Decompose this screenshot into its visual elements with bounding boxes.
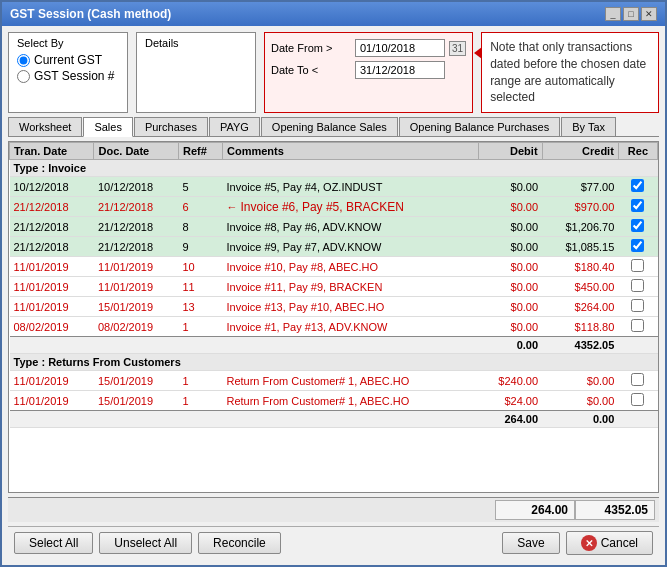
table-row: 21/12/2018 21/12/2018 8 Invoice #8, Pay … bbox=[10, 217, 658, 237]
doc-date: 21/12/2018 bbox=[94, 197, 178, 217]
doc-date: 10/12/2018 bbox=[94, 177, 178, 197]
rec-cell[interactable] bbox=[618, 317, 657, 337]
credit: $77.00 bbox=[542, 177, 618, 197]
rec-checkbox[interactable] bbox=[631, 219, 644, 232]
rec-cell[interactable] bbox=[618, 297, 657, 317]
comments: Invoice #5, Pay #4, OZ.INDUST bbox=[222, 177, 478, 197]
table-row: 11/01/2019 11/01/2019 10 Invoice #10, Pa… bbox=[10, 257, 658, 277]
tab-sales[interactable]: Sales bbox=[83, 117, 133, 137]
rec-checkbox[interactable] bbox=[631, 393, 644, 406]
ref: 5 bbox=[178, 177, 222, 197]
doc-date: 21/12/2018 bbox=[94, 237, 178, 257]
tran-date: 11/01/2019 bbox=[10, 257, 94, 277]
doc-date: 11/01/2019 bbox=[94, 257, 178, 277]
ref: 8 bbox=[178, 217, 222, 237]
credit: $264.00 bbox=[542, 297, 618, 317]
tab-by-tax[interactable]: By Tax bbox=[561, 117, 616, 136]
date-to-row: Date To < bbox=[271, 61, 466, 79]
tran-date: 08/02/2019 bbox=[10, 317, 94, 337]
returns-total-debit: 264.00 bbox=[478, 411, 542, 428]
comments: Invoice #1, Pay #13, ADV.KNOW bbox=[222, 317, 478, 337]
debit: $0.00 bbox=[478, 317, 542, 337]
rec-cell[interactable] bbox=[618, 237, 657, 257]
returns-total-row: 264.00 0.00 bbox=[10, 411, 658, 428]
rec-checkbox[interactable] bbox=[631, 299, 644, 312]
date-from-input[interactable] bbox=[355, 39, 445, 57]
tab-opening-balance-sales[interactable]: Opening Balance Sales bbox=[261, 117, 398, 136]
date-from-calendar-icon[interactable]: 31 bbox=[449, 41, 466, 56]
save-button[interactable]: Save bbox=[502, 532, 559, 554]
table-row: 08/02/2019 08/02/2019 1 Invoice #1, Pay … bbox=[10, 317, 658, 337]
total-spacer bbox=[10, 411, 479, 428]
tabs-container: Worksheet Sales Purchases PAYG Opening B… bbox=[8, 117, 659, 137]
rec-checkbox[interactable] bbox=[631, 179, 644, 192]
tran-date: 11/01/2019 bbox=[10, 371, 94, 391]
close-button[interactable]: ✕ bbox=[641, 7, 657, 21]
table-row: 11/01/2019 11/01/2019 11 Invoice #11, Pa… bbox=[10, 277, 658, 297]
ref: 10 bbox=[178, 257, 222, 277]
rec-cell[interactable] bbox=[618, 277, 657, 297]
rec-cell[interactable] bbox=[618, 257, 657, 277]
gst-session-radio[interactable] bbox=[17, 70, 30, 83]
rec-checkbox[interactable] bbox=[631, 259, 644, 272]
tran-date: 10/12/2018 bbox=[10, 177, 94, 197]
gst-session-row: GST Session # bbox=[17, 69, 119, 83]
invoice-total-credit: 4352.05 bbox=[542, 337, 618, 354]
tab-purchases[interactable]: Purchases bbox=[134, 117, 208, 136]
date-to-input[interactable] bbox=[355, 61, 445, 79]
rec-checkbox[interactable] bbox=[631, 199, 644, 212]
type-returns-row: Type : Returns From Customers bbox=[10, 354, 658, 371]
rec-cell[interactable] bbox=[618, 177, 657, 197]
debit: $0.00 bbox=[478, 297, 542, 317]
credit: $450.00 bbox=[542, 277, 618, 297]
debit: $24.00 bbox=[478, 391, 542, 411]
transactions-table: Tran. Date Doc. Date Ref# Comments Debit… bbox=[9, 142, 658, 428]
select-by-box: Select By Current GST GST Session # bbox=[8, 32, 128, 113]
current-gst-radio[interactable] bbox=[17, 54, 30, 67]
table-row: 11/01/2019 15/01/2019 1 Return From Cust… bbox=[10, 371, 658, 391]
credit: $1,206.70 bbox=[542, 217, 618, 237]
col-debit: Debit bbox=[478, 143, 542, 160]
table-row: 21/12/2018 21/12/2018 6 ← Invoice #6, Pa… bbox=[10, 197, 658, 217]
date-from-label: Date From > bbox=[271, 42, 351, 54]
main-content: Select By Current GST GST Session # Deta… bbox=[2, 26, 665, 565]
rec-checkbox[interactable] bbox=[631, 373, 644, 386]
rec-cell[interactable] bbox=[618, 391, 657, 411]
doc-date: 11/01/2019 bbox=[94, 277, 178, 297]
grand-total-debit: 264.00 bbox=[495, 500, 575, 520]
unselect-all-button[interactable]: Unselect All bbox=[99, 532, 192, 554]
total-spacer bbox=[10, 337, 479, 354]
maximize-button[interactable]: □ bbox=[623, 7, 639, 21]
total-rec-spacer bbox=[618, 337, 657, 354]
table-row: 11/01/2019 15/01/2019 13 Invoice #13, Pa… bbox=[10, 297, 658, 317]
note-box: Note that only transactions dated before… bbox=[481, 32, 659, 113]
type-returns-label: Type : Returns From Customers bbox=[10, 354, 658, 371]
tab-payg[interactable]: PAYG bbox=[209, 117, 260, 136]
title-bar: GST Session (Cash method) _ □ ✕ bbox=[2, 2, 665, 26]
cancel-label: Cancel bbox=[601, 536, 638, 550]
minimize-button[interactable]: _ bbox=[605, 7, 621, 21]
tran-date: 11/01/2019 bbox=[10, 391, 94, 411]
tran-date: 21/12/2018 bbox=[10, 217, 94, 237]
rec-cell[interactable] bbox=[618, 197, 657, 217]
rec-checkbox[interactable] bbox=[631, 279, 644, 292]
col-doc-date: Doc. Date bbox=[94, 143, 178, 160]
doc-date: 15/01/2019 bbox=[94, 391, 178, 411]
col-comments: Comments bbox=[222, 143, 478, 160]
rec-checkbox[interactable] bbox=[631, 319, 644, 332]
tran-date: 11/01/2019 bbox=[10, 277, 94, 297]
comments: Return From Customer# 1, ABEC.HO bbox=[222, 371, 478, 391]
details-box: Details bbox=[136, 32, 256, 113]
cancel-button[interactable]: ✕ Cancel bbox=[566, 531, 653, 555]
credit: $970.00 bbox=[542, 197, 618, 217]
rec-checkbox[interactable] bbox=[631, 239, 644, 252]
ref: 13 bbox=[178, 297, 222, 317]
tab-worksheet[interactable]: Worksheet bbox=[8, 117, 82, 136]
rec-cell[interactable] bbox=[618, 217, 657, 237]
tab-opening-balance-purchases[interactable]: Opening Balance Purchases bbox=[399, 117, 560, 136]
select-all-button[interactable]: Select All bbox=[14, 532, 93, 554]
bottom-bar: Select All Unselect All Reconcile Save ✕… bbox=[8, 526, 659, 559]
rec-cell[interactable] bbox=[618, 371, 657, 391]
reconcile-button[interactable]: Reconcile bbox=[198, 532, 281, 554]
credit: $1,085.15 bbox=[542, 237, 618, 257]
